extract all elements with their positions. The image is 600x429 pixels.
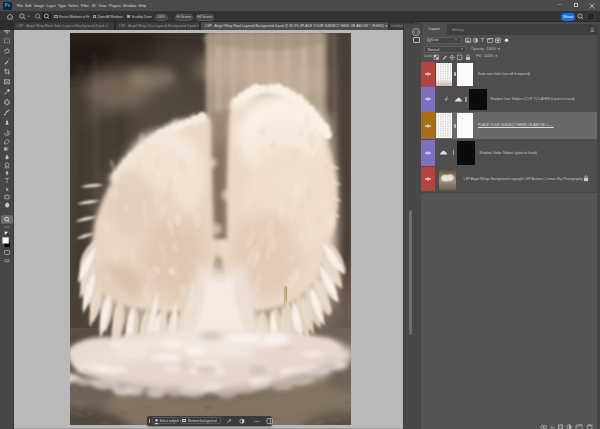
svg-text:fx: fx — [550, 424, 555, 429]
svg-text:T: T — [5, 177, 9, 184]
svg-text:T: T — [481, 37, 485, 43]
